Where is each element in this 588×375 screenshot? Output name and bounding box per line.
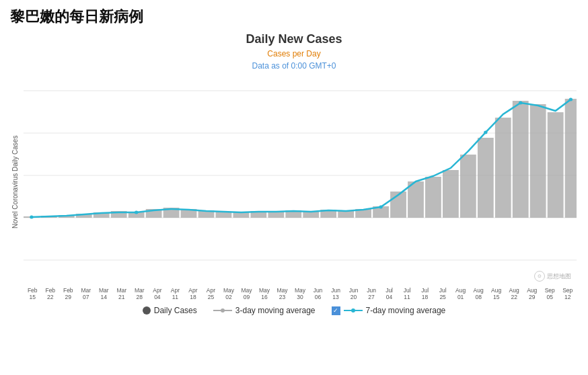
svg-rect-37	[495, 118, 511, 218]
x-tick: Jun13	[327, 287, 345, 300]
legend-daily-cases-icon	[143, 306, 151, 315]
legend-7day-label: 7-day moving average	[366, 306, 446, 315]
x-tick: Feb15	[24, 287, 42, 300]
chart-title: Daily New Cases	[11, 32, 577, 46]
x-tick: Aug22	[505, 287, 523, 300]
legend-3day-label: 3-day moving average	[235, 306, 316, 315]
page-title: 黎巴嫩的每日新病例	[10, 7, 578, 27]
x-tick: Sep05	[541, 287, 559, 300]
chart-container: Daily New Cases Cases per Day Data as of…	[11, 32, 577, 315]
svg-rect-41	[565, 99, 577, 218]
chart-svg: 750 500 250 0 -250	[24, 77, 577, 286]
x-tick: May16	[256, 287, 274, 300]
x-tick: Feb22	[42, 287, 60, 300]
subtitle-line2: Data as of 0:00 GMT+0	[11, 60, 577, 72]
svg-point-43	[135, 211, 138, 214]
x-tick: Jul04	[380, 287, 398, 300]
x-tick: Mar21	[113, 287, 131, 300]
x-tick: Aug01	[451, 287, 470, 300]
svg-rect-39	[530, 104, 546, 218]
x-tick: Jul11	[398, 287, 416, 300]
x-tick: Aug15	[487, 287, 505, 300]
legend-7day-icon	[344, 310, 363, 311]
svg-point-42	[30, 216, 33, 219]
page-wrapper: 黎巴嫩的每日新病例 Daily New Cases Cases per Day …	[0, 0, 588, 375]
svg-rect-24	[268, 212, 284, 218]
svg-rect-38	[513, 101, 529, 218]
legend-daily-cases: Daily Cases	[143, 306, 197, 315]
svg-rect-32	[408, 181, 424, 218]
x-tick: Mar07	[77, 287, 96, 300]
svg-point-47	[569, 98, 573, 101]
x-tick: Apr04	[149, 287, 167, 300]
x-axis-labels: Feb15 Feb22 Feb29 Mar07 Mar14 Mar21 Mar2…	[24, 286, 577, 300]
x-tick: May30	[291, 287, 309, 300]
svg-rect-40	[548, 112, 564, 218]
svg-rect-35	[460, 155, 476, 218]
x-tick: Mar14	[95, 287, 113, 300]
x-tick: Aug08	[470, 287, 488, 300]
svg-point-46	[519, 101, 522, 105]
x-tick: Feb29	[59, 287, 77, 300]
y-axis-label: Novel Coronavirus Daily Cases	[11, 77, 24, 300]
x-tick: Jun06	[309, 287, 327, 300]
x-tick: Mar28	[131, 287, 149, 300]
chart-inner: 750 500 250 0 -250	[24, 77, 577, 300]
x-tick: May09	[237, 287, 256, 300]
watermark-text: 思想地图	[547, 272, 571, 281]
legend-7day-checkbox[interactable]	[332, 306, 340, 315]
x-tick: Jul25	[434, 287, 452, 300]
svg-rect-26	[303, 212, 319, 218]
x-tick: Sep12	[558, 287, 577, 300]
svg-rect-36	[478, 138, 494, 218]
x-tick: Jun20	[344, 287, 363, 300]
x-tick: Aug29	[523, 287, 541, 300]
x-tick: Apr18	[184, 287, 203, 300]
chart-subtitle: Cases per Day Data as of 0:00 GMT+0	[11, 48, 577, 72]
watermark: ⊙ 思想地图	[534, 271, 571, 282]
legend-3day-icon	[213, 310, 232, 311]
svg-rect-33	[425, 177, 441, 218]
legend: Daily Cases 3-day moving average 7-day m…	[11, 306, 577, 315]
svg-rect-34	[443, 170, 459, 218]
svg-point-44	[379, 206, 382, 209]
x-tick: May23	[273, 287, 291, 300]
legend-7day: 7-day moving average	[332, 306, 446, 315]
subtitle-line1: Cases per Day	[11, 48, 577, 60]
x-tick: Apr11	[166, 287, 184, 300]
x-tick: May02	[220, 287, 238, 300]
legend-daily-cases-label: Daily Cases	[154, 306, 197, 315]
svg-point-45	[484, 131, 487, 134]
x-tick: Jul18	[416, 287, 434, 300]
legend-3day: 3-day moving average	[213, 306, 316, 315]
chart-area: Novel Coronavirus Daily Cases 750 500 25…	[11, 77, 577, 300]
x-tick: Jun27	[363, 287, 381, 300]
x-tick: Apr25	[202, 287, 220, 300]
watermark-icon: ⊙	[534, 271, 545, 282]
